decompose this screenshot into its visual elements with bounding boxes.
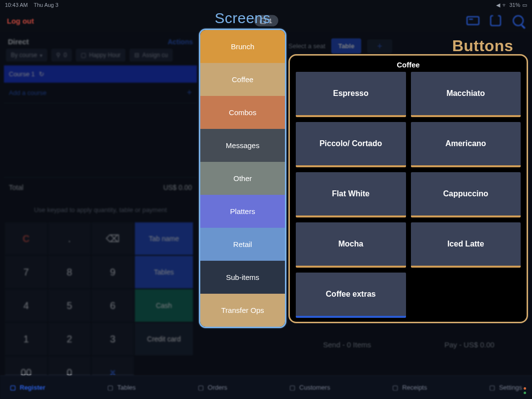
seat-row: Select a seat Table + [288,32,392,54]
item-button-macchiato[interactable]: Macchiato [411,72,521,117]
key-4[interactable]: 4 [5,289,47,322]
key-6[interactable]: 6 [92,289,134,322]
key-8[interactable]: 8 [48,256,91,288]
screens-column: BrunchCoffeeCombosMessagesOtherPlattersR… [199,29,286,328]
key-clear[interactable]: C [5,222,47,255]
status-bar: 10:43 AM Thu Aug 3 ◀ ᯤ 31% ▭ [0,0,532,9]
person-icon: ⊟ [134,52,139,59]
order-title: Direct [8,37,29,46]
cash-button[interactable]: Cash [135,289,193,322]
key-backspace[interactable]: ⌫ [92,222,134,255]
keypad-hint: Use keypad to apply quantity, table or p… [4,197,197,222]
screen-item-transfer-ops[interactable]: Transfer Ops [200,294,285,327]
nav-customers[interactable]: ▢Customers [289,384,330,391]
keypad: C . ⌫ Tab name 7 8 9 Tables 4 5 6 Cash 1… [4,222,197,389]
screen-item-retail[interactable]: Retail [200,228,285,261]
screen-item-messages[interactable]: Messages [200,129,285,162]
status-date: Thu Aug 3 [34,2,59,8]
settings-icon: ▢ [489,384,495,391]
nav-settings[interactable]: ▢Settings [489,384,522,391]
nav-receipts[interactable]: ▢Receipts [392,384,427,391]
item-button-piccolo-cortado[interactable]: Piccolo/ Cortado [296,122,406,167]
pay-button[interactable]: Pay - US$ 0.00 [411,333,529,357]
orders-icon: ▢ [198,384,204,391]
total-value: US$ 0.00 [163,184,192,191]
key-2[interactable]: 2 [48,323,91,355]
by-course-chip[interactable]: By course▾ [6,49,47,61]
item-button-americano[interactable]: Americano [411,122,521,167]
item-button-espresso[interactable]: Espresso [296,72,406,117]
credit-card-button[interactable]: Credit card [135,323,193,355]
location-icon: ◀ [496,2,500,8]
nav-register[interactable]: ▢Register [10,384,45,391]
total-label: Total [9,184,24,191]
tables-icon: ▢ [107,384,113,391]
sync-icon: ↻ [39,70,44,78]
key-7[interactable]: 7 [5,256,47,288]
send-button[interactable]: Send - 0 Items [288,333,406,357]
assign-chip[interactable]: ⊟Assign cu [129,49,173,61]
tag-icon: ▢ [81,52,86,59]
status-time: 10:43 AM [5,2,28,8]
key-dot[interactable]: . [48,222,91,255]
wifi-icon: ᯤ [502,2,507,8]
search-icon[interactable] [511,14,525,28]
send-pay-row: Send - 0 Items Pay - US$ 0.00 [288,333,528,357]
nav-orders[interactable]: ▢Orders [198,384,227,391]
bottom-nav: ▢Register▢Tables▢Orders▢Customers▢Receip… [0,375,532,399]
screen-item-sub-items[interactable]: Sub-items [200,261,285,294]
select-seat-label: Select a seat [288,42,325,50]
tab-name-button[interactable]: Tab name [135,222,193,255]
scan-icon[interactable] [489,14,502,28]
battery-pct: 31% [509,2,520,8]
guest-count-chip[interactable]: ⚲0 [51,49,72,61]
screen-item-other[interactable]: Other [200,162,285,195]
screen-item-combos[interactable]: Combos [200,96,285,129]
tables-button[interactable]: Tables [135,256,193,288]
course-1-row[interactable]: Course 1 ↻ [4,65,197,83]
card-icon[interactable] [466,14,480,28]
customers-icon: ▢ [289,384,295,391]
item-button-flat-white[interactable]: Flat White [296,172,406,217]
item-button-cappuccino[interactable]: Cappuccino [411,172,521,217]
annotation-buttons: Buttons [452,37,513,55]
annotation-screens: Screens [199,10,286,27]
key-1[interactable]: 1 [5,323,47,355]
item-button-coffee-extras[interactable]: Coffee extras [296,273,406,318]
plus-icon: + [187,88,192,98]
key-3[interactable]: 3 [92,323,134,355]
item-button-iced-latte[interactable]: Iced Latte [411,222,521,268]
guest-icon: ⚲ [56,52,61,59]
item-button-mocha[interactable]: Mocha [296,222,406,268]
screen-item-platters[interactable]: Platters [200,195,285,228]
battery-icon: ▭ [522,2,527,8]
nav-tables[interactable]: ▢Tables [107,384,136,391]
receipts-icon: ▢ [392,384,398,391]
empty-slot [411,273,521,318]
screen-item-coffee[interactable]: Coffee [200,63,285,96]
logout-button[interactable]: Log out [7,17,34,25]
buttons-header: Coffee [290,56,527,72]
key-9[interactable]: 9 [92,256,134,288]
buttons-panel: Coffee EspressoMacchiatoPiccolo/ Cortado… [288,54,528,323]
actions-button[interactable]: Actions [168,38,193,46]
key-5[interactable]: 5 [48,289,91,322]
nav-status-dots [524,387,526,394]
register-icon: ▢ [10,384,16,391]
order-panel: Direct Actions By course▾ ⚲0 ▢Happy Hour… [4,32,197,389]
table-button[interactable]: Table [331,38,361,54]
happy-hour-chip[interactable]: ▢Happy Hour [76,49,125,61]
screen-item-brunch[interactable]: Brunch [200,30,285,63]
add-course-button[interactable]: Add a course + [4,83,197,103]
add-seat-button[interactable]: + [367,39,392,53]
